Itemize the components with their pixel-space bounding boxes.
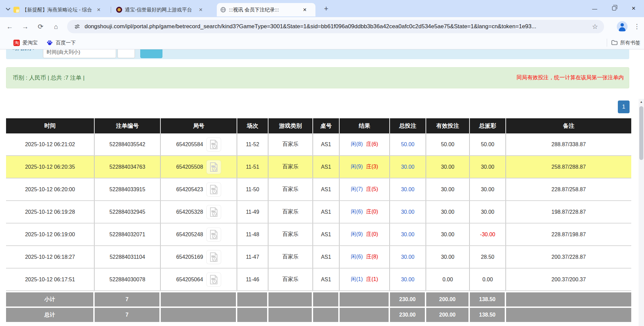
header-table-no: 桌号: [313, 118, 340, 133]
cell-bet-id: 522884032945: [95, 201, 161, 223]
bookmark-baidu[interactable]: 百度一下: [46, 39, 76, 47]
header-bet-id: 注单编号: [95, 118, 161, 133]
header-valid-bet: 有效投注: [426, 118, 470, 133]
forward-button[interactable]: →: [20, 22, 30, 32]
cell-round: 654205169: [161, 246, 237, 268]
cell-total-bet[interactable]: 30.00: [390, 246, 426, 268]
cell-game-type: 百家乐: [268, 223, 313, 245]
cell-session: 11-51: [237, 156, 268, 178]
summary-bar: 币别 : 人民币 | 总共 :7 注单 | 同局有效投注，统一计算在该局第一张注…: [6, 67, 629, 88]
cell-total-bet[interactable]: 30.00: [390, 178, 426, 200]
cell-result: 闲(9) 庄(3): [340, 156, 390, 178]
search-button[interactable]: [140, 49, 162, 58]
result-player: 闲(6): [351, 253, 363, 260]
video-replay-icon: [209, 162, 218, 172]
video-replay-button[interactable]: [206, 160, 221, 174]
maximize-icon: [612, 6, 616, 10]
cell-result: 闲(1) 庄(1): [340, 269, 390, 290]
cell-total-bet[interactable]: 30.00: [390, 223, 426, 245]
tab-separator: [111, 7, 111, 13]
bookmarks-separator: [607, 39, 607, 47]
baidu-paw-icon: [46, 39, 53, 46]
cell-session: 11-50: [237, 178, 268, 200]
subtotal-total-bet: 230.00: [390, 292, 426, 307]
cell-total-bet[interactable]: 30.00: [390, 201, 426, 223]
tab-betrecord-active[interactable]: :::视讯 会员下注纪录::: ✕: [217, 3, 315, 16]
header-time: 时间: [6, 118, 95, 133]
cell-round: 654205064: [161, 269, 237, 290]
cell-total-bet[interactable]: 30.00: [390, 156, 426, 178]
video-replay-button[interactable]: [206, 228, 221, 242]
table-row: 2025-10-12 06:18:27 522884031104 6542051…: [6, 246, 631, 269]
cell-session: 11-52: [237, 133, 268, 155]
cell-remark: 200.37/200.37: [506, 269, 631, 290]
tab-forum[interactable]: 【新提醒】海燕策略论坛 - 综合 ✕: [10, 3, 109, 16]
cell-result: 闲(9) 庄(0): [340, 223, 390, 245]
filter-strip: 时间排序: 时间(由大到小): [6, 49, 629, 59]
bookmark-star-icon[interactable]: ☆: [592, 23, 598, 31]
cell-round: 654205423: [161, 178, 237, 200]
tab-close-icon[interactable]: ✕: [95, 6, 102, 13]
video-replay-button[interactable]: [206, 137, 221, 152]
page-content: 时间排序: 时间(由大到小) 币别 : 人民币 | 总共 :7 注单 | 同局有…: [0, 49, 644, 326]
site-settings-icon[interactable]: [74, 23, 81, 30]
cell-game-type: 百家乐: [268, 201, 313, 223]
page-scrollbar[interactable]: ▲: [639, 99, 644, 326]
close-window-button[interactable]: ✕: [626, 3, 641, 14]
video-replay-button[interactable]: [206, 250, 221, 264]
sort-select-secondary[interactable]: [117, 49, 135, 58]
cell-round: 654205584: [161, 133, 237, 155]
maximize-button[interactable]: [606, 3, 622, 14]
bookmark-label: 爱淘宝: [22, 40, 38, 46]
subtotal-payout: 138.50: [470, 292, 506, 307]
video-replay-icon: [209, 140, 218, 149]
cell-bet-id: 522884034763: [95, 156, 161, 178]
cell-round: 654205328: [161, 201, 237, 223]
result-banker: 庄(0): [366, 208, 378, 215]
subtotal-valid-bet: 200.00: [426, 292, 470, 307]
table-row: 2025-10-12 06:19:28 522884032945 6542053…: [6, 201, 631, 223]
all-bookmarks-button[interactable]: 所有书签: [611, 39, 640, 47]
pagination-page-1[interactable]: 1: [618, 100, 630, 113]
profile-avatar[interactable]: [617, 21, 628, 32]
address-bar[interactable]: dongshouji.com/ipl/portal.php/game/betre…: [67, 20, 604, 33]
result-player: 闲(9): [351, 163, 363, 170]
cell-payout: 30.00: [470, 201, 506, 223]
cell-time: 2025-10-12 06:20:00: [6, 178, 95, 200]
video-replay-button[interactable]: [206, 205, 221, 219]
scrollbar-thumb[interactable]: [639, 106, 643, 160]
cell-payout: 30.00: [470, 156, 506, 178]
avatar-person-icon: [621, 23, 624, 27]
back-button[interactable]: ←: [5, 22, 15, 32]
home-button[interactable]: ⌂: [51, 22, 61, 32]
video-replay-button[interactable]: [206, 273, 221, 287]
cell-result: 闲(7) 庄(5): [340, 178, 390, 200]
cell-total-bet[interactable]: 30.00: [390, 269, 426, 290]
cell-payout: 50.00: [470, 133, 506, 155]
tab-close-icon[interactable]: ✕: [197, 6, 204, 13]
reload-button[interactable]: ⟳: [36, 22, 46, 32]
minimize-button[interactable]: —: [587, 3, 602, 14]
tab-tongbao[interactable]: 通宝-信誉最好的网上游戏平台 ✕: [113, 3, 211, 16]
result-banker: 庄(8): [366, 253, 378, 260]
sort-select[interactable]: 时间(由大到小): [43, 49, 116, 58]
header-total-bet: 总投注: [390, 118, 426, 133]
video-replay-icon: [209, 252, 218, 262]
new-tab-button[interactable]: +: [321, 4, 331, 14]
result-banker: 庄(3): [366, 163, 378, 170]
tab-close-icon[interactable]: ✕: [301, 6, 308, 13]
browser-menu-button[interactable]: ⋮: [632, 22, 642, 31]
cell-game-type: 百家乐: [268, 133, 313, 155]
cell-total-bet[interactable]: 50.00: [390, 133, 426, 155]
total-count: 7: [95, 308, 161, 322]
total-total-bet: 230.00: [390, 308, 426, 322]
header-remark: 备注: [506, 118, 631, 133]
tab-title: 【新提醒】海燕策略论坛 - 综合: [22, 7, 93, 13]
scroll-up-icon[interactable]: ▲: [639, 100, 644, 104]
video-replay-button[interactable]: [206, 182, 221, 197]
table-row: 2025-10-12 06:20:00 522884033915 6542054…: [6, 178, 631, 201]
cell-payout: 28.50: [470, 246, 506, 268]
bookmark-aitaobao[interactable]: 淘 爱淘宝: [13, 39, 38, 47]
folder-icon: [611, 40, 617, 45]
result-banker: 庄(6): [366, 141, 378, 148]
